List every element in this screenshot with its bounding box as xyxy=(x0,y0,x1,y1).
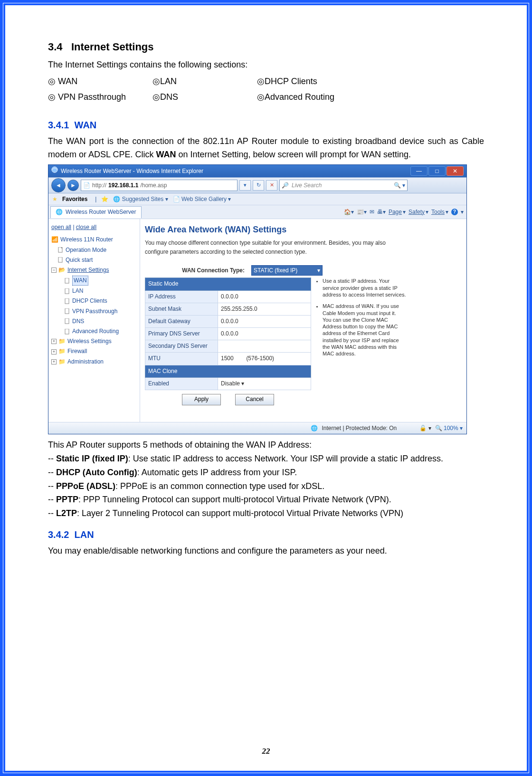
window-titlebar: Wireless Router WebServer - Windows Inte… xyxy=(48,165,466,177)
section-intro: The Internet Settings contains the follo… xyxy=(48,58,484,72)
hint-static: Use a static IP address. Your service pr… xyxy=(323,278,406,298)
macclone-label: Enabled xyxy=(145,377,218,390)
m2t: : Automatic gets IP address from your IS… xyxy=(137,468,297,477)
ip-input[interactable]: 0.0.0.0 xyxy=(218,290,311,303)
item-advrouting: ◎Advanced Routing xyxy=(257,90,399,104)
favorites-star-icon[interactable]: ★ xyxy=(52,195,57,204)
back-button[interactable]: ◄ xyxy=(51,178,66,192)
add-fav-icon[interactable]: ⭐ xyxy=(101,195,108,204)
svg-rect-8 xyxy=(65,329,69,334)
zone-icon: 🌐 xyxy=(311,424,318,433)
collapse-icon[interactable]: − xyxy=(51,268,57,273)
help-icon[interactable]: ? xyxy=(451,209,458,215)
maximize-button[interactable]: □ xyxy=(428,166,446,176)
macclone-header: MAC Clone xyxy=(145,365,311,377)
refresh-button[interactable]: ↻ xyxy=(253,180,264,191)
tree-wan[interactable]: WAN xyxy=(72,276,88,286)
zoom-control[interactable]: 🔍 100% ▾ xyxy=(435,424,463,433)
open-all-link[interactable]: open all xyxy=(51,224,71,230)
print-icon[interactable]: 🖶▾ xyxy=(377,208,386,217)
section-heading: 3.4 Internet Settings xyxy=(48,38,484,55)
hint-mac: MAC address of WAN. If you use Cable Mod… xyxy=(323,303,406,357)
svg-rect-7 xyxy=(65,318,69,324)
tree-admin[interactable]: Administration xyxy=(67,357,104,366)
suggested-sites-link[interactable]: 🌐 Suggested Sites ▾ xyxy=(113,195,168,204)
m4b: PPTP xyxy=(56,495,78,504)
tree-quickstart[interactable]: Quick start xyxy=(66,256,93,265)
expand-icon[interactable]: + xyxy=(51,359,57,364)
feeds-icon[interactable]: 📰▾ xyxy=(357,208,367,217)
gw-input[interactable]: 0.0.0.0 xyxy=(218,315,311,327)
protected-mode: Internet | Protected Mode: On xyxy=(322,424,397,433)
mail-icon[interactable]: ✉ xyxy=(370,208,374,217)
section-title: Internet Settings xyxy=(71,41,154,53)
page-icon: 📄 xyxy=(83,181,90,190)
svg-rect-3 xyxy=(65,278,69,283)
tree-advroute[interactable]: Advanced Routing xyxy=(72,327,119,336)
bing-icon: 🔎 xyxy=(282,181,289,190)
dropdown-button[interactable]: ▾ xyxy=(239,180,251,191)
section-list: ◎ WAN ◎LAN ◎DHCP Clients ◎ VPN Passthrou… xyxy=(48,75,484,104)
section-num: 3.4 xyxy=(48,41,63,53)
svg-rect-2 xyxy=(58,257,62,262)
apply-button[interactable]: Apply xyxy=(182,394,221,405)
search-go-icon[interactable]: 🔍 ▾ xyxy=(394,181,405,190)
address-bar[interactable]: 📄 http://192.168.1.1/home.asp xyxy=(81,180,238,191)
search-box[interactable]: 🔎 Live Search 🔍 ▾ xyxy=(279,180,408,191)
conn-type-select[interactable]: STATIC (fixed IP)▾ xyxy=(251,265,323,276)
m4t: : PPP Tunneling Protocol can support mul… xyxy=(78,495,391,504)
tree-wireless[interactable]: Wireless Settings xyxy=(67,337,112,346)
folder-icon: 📁 xyxy=(58,357,66,366)
forward-button[interactable]: ► xyxy=(67,180,79,191)
safety-menu-label: Safety xyxy=(408,208,425,217)
minimize-button[interactable]: — xyxy=(410,166,428,176)
close-all-link[interactable]: close all xyxy=(76,224,96,230)
tree-firewall[interactable]: Firewall xyxy=(67,347,87,356)
tree-vpn[interactable]: VPN Passthrough xyxy=(72,307,117,316)
s341-num: 3.4.1 xyxy=(48,120,69,130)
panel-title: Wide Area Network (WAN) Settings xyxy=(145,223,462,237)
page-icon xyxy=(65,318,70,324)
page-menu[interactable]: Page▾ xyxy=(389,208,406,217)
ie-tab-icon: 🌐 xyxy=(56,208,63,217)
address-bar-row: ◄ ► 📄 http://192.168.1.1/home.asp ▾ ↻ ✕ … xyxy=(48,177,466,193)
tools-menu[interactable]: Tools▾ xyxy=(431,208,448,217)
tree-opmode[interactable]: Operation Mode xyxy=(66,246,106,255)
web-slice-link[interactable]: 📄 Web Slice Gallery ▾ xyxy=(173,195,231,204)
tree-lan[interactable]: LAN xyxy=(72,287,83,296)
url-host: 192.168.1.1 xyxy=(108,181,138,190)
method-3: -- PPPoE (ADSL): PPPoE is an common conn… xyxy=(48,479,484,493)
close-button[interactable]: ✕ xyxy=(446,166,464,176)
static-table: Static Mode IP Address0.0.0.0 Subnet Mas… xyxy=(145,278,311,390)
home-icon[interactable]: 🏠▾ xyxy=(344,208,354,217)
tab-active[interactable]: 🌐 Wireless Router WebServer xyxy=(50,206,142,218)
m1t: : Use static IP address to access Networ… xyxy=(128,454,443,463)
macclone-select[interactable]: Disable ▾ xyxy=(218,377,311,390)
mtu-range: (576-1500) xyxy=(246,355,274,362)
page-icon xyxy=(65,298,70,304)
tree-dhcp[interactable]: DHCP Clients xyxy=(72,297,107,306)
url-path: /home.asp xyxy=(140,181,167,190)
security-icon[interactable]: 🔓 ▾ xyxy=(419,424,431,433)
mtu-input[interactable]: 1500 xyxy=(221,355,234,362)
mtu-cell[interactable]: 1500 (576-1500) xyxy=(218,353,311,365)
stop-button[interactable]: ✕ xyxy=(266,180,277,191)
mask-input[interactable]: 255.255.255.0 xyxy=(218,303,311,315)
cancel-button[interactable]: Cancel xyxy=(235,394,274,405)
tree-dns[interactable]: DNS xyxy=(72,317,84,326)
tree-root[interactable]: Wireless 11N Router xyxy=(60,235,113,244)
page-small-icon: 📄 xyxy=(173,196,180,202)
dns1-input[interactable]: 0.0.0.0 xyxy=(218,328,311,340)
folder-open-icon: 📂 xyxy=(58,266,66,275)
svg-rect-5 xyxy=(65,298,69,304)
dns2-input[interactable] xyxy=(218,340,311,353)
item-lan: ◎LAN xyxy=(152,75,257,88)
ie-small-icon: 🌐 xyxy=(113,196,120,202)
tree-internet[interactable]: Internet Settings xyxy=(67,266,109,275)
favorites-label[interactable]: Favorites xyxy=(62,195,87,204)
safety-menu[interactable]: Safety▾ xyxy=(408,208,428,217)
expand-icon[interactable]: + xyxy=(51,339,57,344)
method-5: -- L2TP: Layer 2 Tunneling Protocol can … xyxy=(48,507,484,520)
expand-icon[interactable]: + xyxy=(51,349,57,354)
item-vpn: ◎ VPN Passthrough xyxy=(48,90,152,104)
